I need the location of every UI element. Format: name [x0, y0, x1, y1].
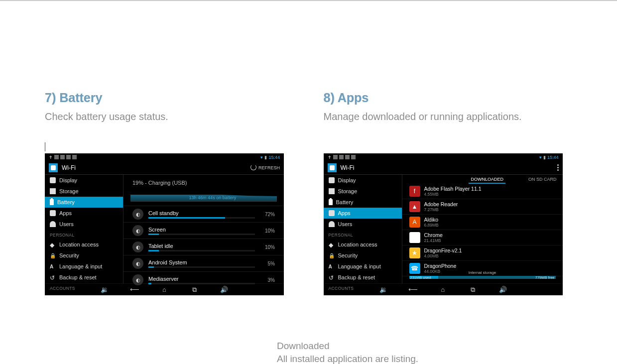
downloaded-line: All installed application are listing.	[277, 353, 418, 364]
status-left-icons: ✝	[328, 155, 356, 160]
status-icon	[351, 155, 356, 159]
settings-sidebar: Display Storage Battery Apps Users PERSO…	[324, 175, 402, 283]
app-size: 4.55MB	[424, 192, 556, 197]
status-time: 15:44	[268, 155, 280, 160]
status-icon	[333, 155, 338, 159]
usage-row-pct: 10%	[260, 244, 275, 250]
usage-row-name: Tablet idle	[148, 243, 255, 249]
location-icon	[329, 242, 335, 247]
battery-icon	[329, 199, 333, 205]
display-icon	[50, 177, 56, 183]
app-icon: A	[409, 217, 420, 228]
usage-row-name: Android System	[148, 259, 255, 265]
lock-icon	[329, 252, 335, 258]
battery-graph[interactable]: 13h 46m 44s on battery	[130, 189, 277, 202]
battery-usage-row[interactable]: ◐Screen10%	[123, 222, 284, 239]
overflow-menu-icon[interactable]	[557, 164, 559, 171]
nav-vol-down-icon[interactable]: 🔉	[101, 286, 109, 293]
sidebar-item-security[interactable]: Security	[324, 250, 402, 261]
refresh-icon	[250, 164, 256, 171]
nav-home-icon[interactable]: ⌂	[439, 286, 447, 293]
status-left-icons: ✝	[49, 155, 77, 160]
app-size: 6.89MB	[424, 223, 556, 228]
app-icon: f	[409, 186, 420, 197]
app-icon: ★	[409, 247, 420, 258]
sidebar-item-display[interactable]: Display	[324, 175, 402, 186]
app-list-row[interactable]: ★DragonFire-v2.14.00MB	[402, 245, 563, 261]
app-size: 21.41MB	[424, 238, 556, 243]
usage-row-name: Mediaserver	[148, 276, 255, 282]
battery-usage-row[interactable]: ◐Tablet idle10%	[123, 239, 284, 255]
nav-recent-icon[interactable]: ⧉	[469, 286, 477, 293]
battery-usage-row[interactable]: ◐Mediaserver3%	[123, 271, 284, 288]
sidebar-item-location[interactable]: Location access	[324, 239, 402, 250]
battery-charge-status[interactable]: 19% - Charging (USB)	[123, 175, 284, 187]
app-list-row[interactable]: ▲Adobe Reader7.27MB	[402, 199, 563, 215]
actionbar-title: Wi-Fi	[62, 164, 247, 171]
sidebar-item-apps[interactable]: Apps	[45, 208, 123, 219]
users-icon	[329, 221, 335, 227]
battery-icon	[50, 199, 54, 205]
settings-sidebar: Display Storage Battery Apps Users PERSO…	[45, 175, 123, 283]
sidebar-section-accounts: ACCOUNTS	[324, 283, 402, 292]
app-list-row[interactable]: ●Chrome21.41MB	[402, 230, 563, 245]
backup-icon	[50, 274, 56, 280]
usage-row-pct: 5%	[260, 261, 275, 266]
refresh-button[interactable]: REFRESH	[250, 164, 280, 171]
app-name: Adobe Flash Player 11.1	[424, 186, 556, 192]
storage-free: 779MB free	[535, 275, 555, 280]
battery-usage-row[interactable]: ◐Android System5%	[123, 255, 284, 271]
app-list-row[interactable]: fAdobe Flash Player 11.14.55MB	[402, 184, 563, 199]
battery-status-icon: ▮	[264, 155, 267, 160]
sidebar-item-users[interactable]: Users	[324, 219, 402, 230]
nav-vol-down-icon[interactable]: 🔉	[379, 286, 387, 293]
battery-duration: 13h 46m 44s on battery	[189, 195, 237, 200]
app-name: Chrome	[424, 232, 556, 238]
sidebar-item-backup[interactable]: Backup & reset	[324, 272, 402, 283]
action-bar: Wi-Fi	[324, 161, 563, 175]
sidebar-item-apps[interactable]: Apps	[324, 208, 402, 219]
battery-usage-row[interactable]: ◐Cell standby72%	[123, 206, 284, 222]
app-name: Adobe Reader	[424, 201, 556, 207]
sidebar-item-language[interactable]: Language & input	[45, 261, 123, 272]
sidebar-item-security[interactable]: Security	[45, 250, 123, 261]
status-time: 15:44	[547, 155, 559, 160]
apps-heading: 8) Apps	[324, 91, 573, 105]
display-icon	[329, 177, 335, 183]
status-bar: ✝ ▾ ▮ 15:44	[324, 153, 563, 161]
apps-screenshot: ✝ ▾ ▮ 15:44 Wi-Fi Display	[324, 153, 563, 295]
app-name: DragonFire-v2.1	[424, 247, 556, 253]
nav-vol-up-icon[interactable]: 🔊	[499, 286, 507, 293]
apps-content: DOWNLOADED ON SD CARD fAdobe Flash Playe…	[402, 175, 563, 283]
sidebar-item-storage[interactable]: Storage	[324, 186, 402, 197]
app-list-row[interactable]: AAldiko6.89MB	[402, 215, 563, 230]
sidebar-item-users[interactable]: Users	[45, 219, 123, 230]
battery-heading: 7) Battery	[45, 91, 294, 105]
tab-sdcard[interactable]: ON SD CARD	[528, 177, 557, 184]
apps-subhead: Manage downloaded or running application…	[324, 111, 573, 122]
app-name: Aldiko	[424, 217, 556, 223]
sidebar-item-backup[interactable]: Backup & reset	[45, 272, 123, 283]
sidebar-item-battery[interactable]: Battery	[324, 197, 402, 208]
sidebar-section-personal: PERSONAL	[45, 230, 123, 239]
nav-back-icon[interactable]: ⟵	[409, 286, 417, 293]
sidebar-item-battery[interactable]: Battery	[45, 197, 123, 208]
sidebar-item-language[interactable]: Language & input	[324, 261, 402, 272]
text-cursor	[45, 142, 45, 151]
sidebar-item-display[interactable]: Display	[45, 175, 123, 186]
usage-row-icon: ◐	[132, 209, 143, 220]
sidebar-item-storage[interactable]: Storage	[45, 186, 123, 197]
tab-downloaded[interactable]: DOWNLOADED	[471, 177, 503, 184]
storage-icon	[50, 188, 56, 194]
battery-section: 7) Battery Check battery usage status. ✝…	[45, 91, 294, 295]
sidebar-section-personal: PERSONAL	[324, 230, 402, 239]
status-icon	[54, 155, 59, 159]
language-icon	[50, 263, 56, 269]
app-size: 4.00MB	[424, 253, 556, 258]
status-icon	[66, 155, 71, 159]
status-right-icons: ▾ ▮ 15:44	[539, 155, 559, 160]
app-icon: ●	[409, 232, 420, 243]
backup-icon	[329, 274, 335, 280]
sidebar-item-location[interactable]: Location access	[45, 239, 123, 250]
status-right-icons: ▾ ▮ 15:44	[260, 155, 280, 160]
